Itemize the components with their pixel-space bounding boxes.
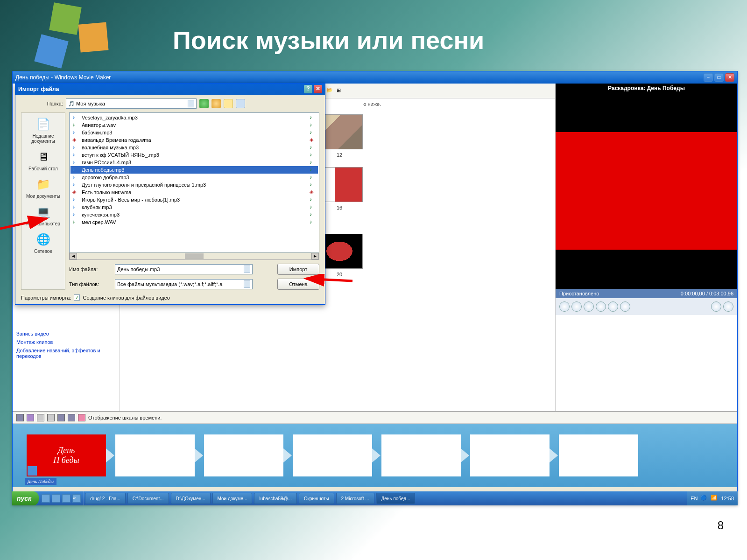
taskbar-item[interactable]: День побед... (376, 493, 416, 504)
zoom-tool-icon[interactable] (27, 414, 34, 421)
next-button[interactable] (620, 301, 630, 312)
transition-arrow-icon[interactable] (283, 448, 292, 462)
prev-button[interactable] (584, 301, 594, 312)
transition-arrow-icon[interactable] (372, 448, 381, 462)
storyboard-clip-empty[interactable] (293, 434, 372, 476)
rewind-button[interactable] (596, 301, 606, 312)
storyboard-clip-empty[interactable] (559, 434, 638, 476)
file-name: Есть только миг.wma (82, 189, 131, 195)
import-button[interactable]: Импорт (277, 264, 319, 275)
file-type-icon: ♪ (310, 144, 316, 151)
task-record-video[interactable]: Запись видео (16, 329, 116, 338)
split-button[interactable] (711, 301, 721, 312)
storyboard-clip-empty[interactable] (470, 434, 550, 476)
maximize-button[interactable]: ▭ (714, 73, 724, 82)
slide-title: Поиск музыки или песни (173, 26, 484, 55)
place-recent[interactable]: 📄Недавние документы (22, 117, 64, 144)
language-indicator[interactable]: EN (691, 496, 698, 501)
quick-launch-icon[interactable] (62, 494, 70, 503)
transition-arrow-icon[interactable] (461, 448, 469, 462)
file-row[interactable]: ♪дорогою добра.mp3♪ (70, 174, 318, 181)
transition-arrow-icon[interactable] (550, 448, 558, 462)
help-button[interactable]: ? (304, 85, 312, 93)
play-timeline-icon[interactable] (68, 414, 75, 421)
file-row[interactable]: ♪Авиаторы.wav♪ (70, 121, 318, 129)
file-row[interactable]: ♪Игорь Крутой - Весь мир - любовь[1].mp3… (70, 196, 318, 203)
close-button[interactable]: ✕ (725, 73, 734, 82)
timeline-view-icon[interactable] (16, 414, 24, 421)
quick-launch-icon[interactable] (52, 494, 60, 503)
taskbar-item[interactable]: 2 Microsoft ... (336, 493, 374, 504)
scroll-thumb[interactable] (185, 253, 204, 259)
file-row[interactable]: ♪клубняк.mp3♪ (70, 203, 318, 211)
file-row[interactable]: ♪волшебная музыка.mp3♪ (70, 144, 318, 151)
place-network[interactable]: 🌐Сетевое (22, 232, 64, 254)
file-row[interactable]: ♪бабочки.mp3♪ (70, 129, 318, 136)
views-icon[interactable]: ⊞ (337, 87, 344, 95)
file-type-icon: ♪ (310, 196, 316, 203)
back-icon[interactable] (199, 99, 209, 108)
tray-icon[interactable]: 🔵 (700, 495, 708, 502)
new-folder-icon[interactable] (224, 99, 233, 108)
file-row[interactable]: ♪Дуэт глупого короля и прекрасной принце… (70, 181, 318, 189)
storyboard-clip[interactable]: День П беды День Победы (27, 434, 106, 476)
storyboard-track[interactable]: День П беды День Победы (13, 424, 737, 487)
folder-combo[interactable]: 🎵 Моя музыка (66, 98, 197, 109)
create-clips-checkbox[interactable]: ✓ (74, 294, 80, 301)
scroll-left-icon[interactable]: ◄ (70, 253, 77, 259)
dialog-titlebar[interactable]: Импорт файла ? ✕ (15, 84, 325, 95)
window-titlebar[interactable]: День победы - Windows Movie Maker − ▭ ✕ (13, 71, 737, 84)
new-folder-icon[interactable]: 📂 (326, 87, 334, 95)
filename-input[interactable]: День победы.mp3 (115, 264, 253, 274)
taskbar-item[interactable]: Мои докуме... (212, 493, 253, 504)
file-row[interactable]: ♪вступ к кф УСАТЫЙ НЯНЬ_.mp3♪ (70, 151, 318, 159)
volume-icon[interactable]: 📶 (711, 495, 718, 502)
taskbar-item[interactable]: lubascha59@... (254, 493, 297, 504)
file-row[interactable]: ♪гимн РОссии1-4.mp3♪ (70, 159, 318, 166)
taskbar-item[interactable]: D:\ДОкумен... (171, 493, 211, 504)
quick-launch-icon[interactable]: » (72, 494, 81, 503)
file-row[interactable]: ♪купеческая.mp3♪ (70, 211, 318, 218)
taskbar-item[interactable]: C:\Document... (127, 493, 169, 504)
storyboard-clip-empty[interactable] (381, 434, 461, 476)
transition-arrow-icon[interactable] (195, 448, 203, 462)
forward-button[interactable] (608, 301, 618, 312)
file-type-icon: ♪ (310, 204, 316, 210)
up-folder-icon[interactable] (211, 99, 221, 108)
file-row[interactable]: ♪мел срер.WAV♪ (70, 218, 318, 226)
file-row[interactable]: ♪День победы.mp3♪ (70, 166, 318, 174)
taskbar-clock[interactable]: 12:58 (721, 496, 734, 501)
dialog-close-button[interactable]: ✕ (314, 85, 322, 93)
quick-launch-icon[interactable] (42, 494, 50, 503)
zoom-in-icon[interactable] (37, 414, 44, 421)
file-row[interactable]: ◈Есть только миг.wma◈ (70, 189, 318, 196)
place-documents[interactable]: 📁Мои документы (22, 177, 64, 199)
file-name: вивальди Времена года.wma (82, 137, 151, 143)
storyboard-clip-empty[interactable] (204, 434, 283, 476)
play-button[interactable] (559, 301, 570, 312)
snapshot-button[interactable] (723, 301, 733, 312)
stop-button[interactable] (571, 301, 582, 312)
storyboard-clip-empty[interactable] (115, 434, 195, 476)
scroll-right-icon[interactable]: ► (311, 253, 319, 259)
file-list-scrollbar[interactable]: ◄ ► (69, 252, 319, 260)
file-list[interactable]: ♪Veselaya_zaryadka.mp3♪♪Авиаторы.wav♪♪ба… (69, 112, 319, 252)
taskbar-item[interactable]: Скриншоты (299, 493, 334, 504)
zoom-out-icon[interactable] (47, 414, 55, 421)
system-tray: EN 🔵 📶 12:58 (687, 491, 738, 505)
file-row[interactable]: ♪Veselaya_zaryadka.mp3♪ (70, 114, 318, 121)
minimize-button[interactable]: − (704, 73, 713, 82)
task-edit-clips[interactable]: Монтаж клипов (16, 338, 116, 346)
storyboard-toggle-icon[interactable] (78, 414, 85, 421)
task-titles-effects[interactable]: Добавление названий, эффектов и переходо… (16, 346, 116, 360)
filetype-combo[interactable]: Все файлы мультимедиа (*.wav;*.aif;*.aif… (115, 279, 253, 289)
views-menu-icon[interactable] (236, 99, 245, 108)
transition-arrow-icon[interactable] (106, 448, 114, 462)
svg-line-1 (306, 279, 352, 281)
start-button[interactable]: пуск (12, 491, 39, 505)
taskbar-item[interactable]: drug12 - Гла... (85, 493, 126, 504)
file-row[interactable]: ◈вивальди Времена года.wma◈ (70, 136, 318, 144)
place-desktop[interactable]: 🖥Рабочий стол (22, 149, 64, 171)
rewind-timeline-icon[interactable] (57, 414, 65, 421)
preview-video[interactable] (556, 93, 737, 289)
